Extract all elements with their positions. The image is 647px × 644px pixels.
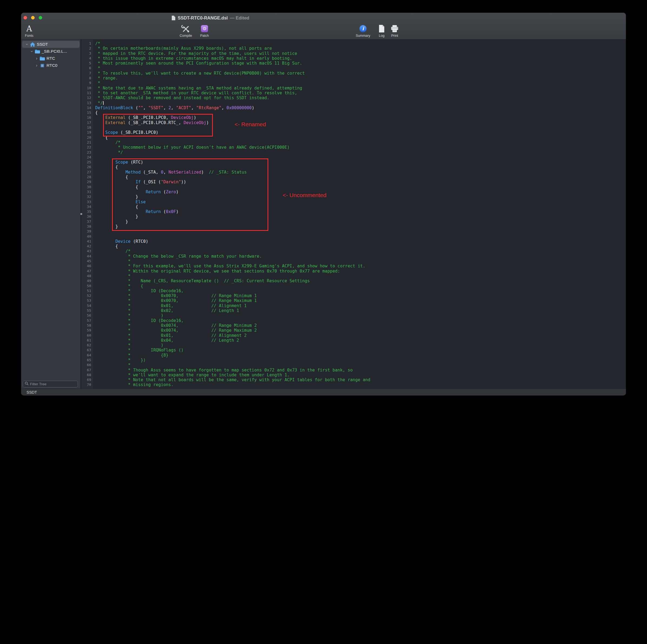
code-line: } [95,224,626,229]
window-header: SSDT-RTC0-RANGE.dsl — Edited A Fonts [21,13,626,39]
titlebar[interactable]: SSDT-RTC0-RANGE.dsl — Edited [21,13,626,23]
main-content: ›SSDT›_SB.PCI0.L...›RTC›RTC0 Filter Tree… [21,39,626,389]
code-line: * IO (Decode16, [95,318,626,323]
log-button[interactable]: Log [375,24,389,37]
folder-icon [39,56,45,61]
line-number: 23 [81,150,93,155]
code-line: If (_OSI ("Darwin")) [95,179,626,184]
line-number: 28 [81,175,93,179]
status-bar: SSDT [21,389,626,396]
line-number: 64 [81,353,93,358]
search-icon [25,382,29,387]
code-line: * To resolve this, we'll want to create … [95,71,626,76]
code-line: * this issue though in extreme circumsta… [95,56,626,61]
line-number: 53 [81,298,93,303]
code-line: */ [95,100,626,105]
chevron-right-icon[interactable]: › [34,63,39,68]
line-number: 48 [81,273,93,278]
minimize-button[interactable] [31,16,34,19]
chevron-down-icon[interactable]: › [29,50,34,54]
code-line: DefinitionBlock ("", "SSDT", 2, "ACDT", … [95,105,626,110]
code-line [95,125,626,130]
line-number: 49 [81,278,93,283]
line-number: 42 [81,244,93,249]
print-button[interactable]: Print [387,24,402,37]
line-number: 4 [81,56,93,61]
line-number: 68 [81,373,93,378]
sidebar-item-rtc[interactable]: ›RTC [22,55,79,62]
gutter: 1234567891011121314151617181920212223242… [81,39,93,389]
sidebar-tree: ›SSDT›_SB.PCI0.L...›RTC›RTC0 [21,39,81,69]
line-number: 66 [81,363,93,368]
line-number: 38 [81,224,93,229]
patch-button[interactable]: ⚙ Patch [196,24,213,37]
line-number: 55 [81,308,93,313]
line-number: 12 [81,95,93,100]
line-number: 36 [81,214,93,219]
line-number: 50 [81,284,93,289]
line-number: 24 [81,155,93,160]
line-number: 56 [81,313,93,318]
code-line: { [95,110,626,115]
code-line: { [95,175,626,179]
info-icon: i [359,25,366,32]
line-number: 22 [81,145,93,150]
code-line: * 0x0074, // Range Minimum 2 [95,323,626,328]
line-number: 59 [81,328,93,333]
chevron-right-icon[interactable]: › [34,56,39,61]
line-number: 40 [81,234,93,239]
sidebar-item-sb-pci0-l[interactable]: ›_SB.PCI0.L... [22,48,79,55]
fonts-button[interactable]: A Fonts [21,24,38,37]
zoom-button[interactable] [39,16,42,19]
code-line: * Note that due to AWAC systems having a… [95,86,626,91]
filter-tree-input[interactable]: Filter Tree [23,381,78,387]
printer-icon [390,24,399,33]
patch-gear-icon: ⚙ [201,25,208,32]
line-number: 3 [81,51,93,56]
sidebar-item-label: RTC0 [47,63,57,68]
code-line: { [95,185,626,189]
line-number: 65 [81,358,93,363]
line-number: 11 [81,91,93,95]
line-number: 14 [81,105,93,110]
annotation-label-uncommented: <- Uncommented [283,192,327,198]
window-title-text: SSDT-RTC0-RANGE.dsl [178,15,228,20]
splitter-handle[interactable] [80,213,82,215]
code-line: { [95,244,626,249]
code-line: * Change the below _CSR range to match y… [95,254,626,259]
code-line: * Note that not all boards will be the s… [95,378,626,382]
line-number: 54 [81,303,93,308]
code-line: * 0x01, // Alignment 2 [95,333,626,338]
line-number: 8 [81,76,93,81]
line-number: 51 [81,289,93,293]
folder-icon [34,49,40,54]
code-line: * ) [95,343,626,348]
code-line [95,229,626,234]
line-number: 29 [81,179,93,184]
code-editor[interactable]: 1234567891011121314151617181920212223242… [81,39,626,389]
maciasl-window: SSDT-RTC0-RANGE.dsl — Edited A Fonts [21,13,626,396]
line-number: 67 [81,368,93,373]
code-line: Scope (RTC) [95,160,626,165]
summary-button[interactable]: i Summary [354,24,372,37]
code-line: * IO (Decode16, [95,289,626,293]
code-line: */ [95,150,626,155]
sidebar-item-ssdt[interactable]: ›SSDT [22,41,79,48]
line-number: 1 [81,41,93,46]
line-number: 21 [81,140,93,145]
code-line: * range. [95,76,626,81]
code-line: Method (_STA, 0, NotSerialized) // _STA:… [95,170,626,175]
code-line: External (_SB_.PCI0.LPC0.RTC_, DeviceObj… [95,120,626,125]
traffic-lights [23,16,42,19]
chevron-down-icon[interactable]: › [25,43,29,47]
code-line: * SSDT-AWAC should be removed and instea… [95,95,626,100]
annotation-label-renamed: <- Renamed [234,121,266,128]
code-line: Return (Zero) [95,189,626,194]
sidebar-item-rtc0[interactable]: ›RTC0 [22,62,79,69]
code-line: } [95,219,626,224]
compile-button[interactable]: Compile [177,24,195,37]
close-button[interactable] [23,16,27,19]
line-number: 26 [81,165,93,169]
code-line: * Though Asus seems to have forgotten to… [95,368,626,373]
print-button-label: Print [391,34,398,37]
